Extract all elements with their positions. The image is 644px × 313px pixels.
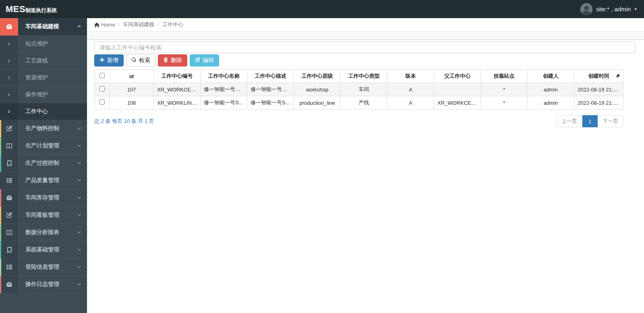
edit-button[interactable]: 编辑: [190, 54, 219, 66]
cell-工作中心编号: XR_WORKCEN...: [154, 83, 201, 96]
sidebar-group-label: 操作日志管理: [25, 281, 59, 288]
chevron-down-icon: [77, 264, 81, 270]
cell-工作中心类型: 车间: [341, 83, 387, 96]
column-header-创建人: 创建人: [528, 70, 574, 83]
breadcrumb-item-车间基础建模[interactable]: 车间基础建模: [123, 21, 154, 28]
sidebar-group-active[interactable]: 车间基础建模: [0, 18, 87, 35]
breadcrumb-separator: /: [118, 22, 120, 28]
cell-创建人: admin: [528, 83, 574, 96]
search-button[interactable]: 检索: [126, 54, 155, 66]
cell-工作中心名称: 修一智能一号车间: [201, 83, 247, 96]
chevron-down-icon: [77, 281, 81, 288]
cell-版本: A: [387, 96, 434, 110]
tachometer-icon: [0, 276, 18, 293]
sidebar-item-label: 站点维护: [25, 40, 48, 48]
search-icon: [131, 57, 137, 64]
sidebar-group-label: 生产物料控制: [25, 125, 59, 132]
pin-icon[interactable]: [616, 73, 620, 79]
group-color-stripe: [0, 276, 1, 293]
sidebar-submenu: 站点维护工艺路线资源维护操作维护工作中心: [0, 35, 87, 120]
columns-icon: [0, 224, 18, 241]
tachometer-icon: [0, 18, 18, 35]
chevron-right-icon: [0, 103, 18, 120]
table-row[interactable]: 108XR_WORKLINE...修一智能一号S...修一智能一号S...pro…: [95, 96, 623, 110]
sidebar-group-label: 生产过程控制: [25, 160, 59, 167]
cell-id: 108: [110, 96, 154, 110]
sidebar-item-工艺路线[interactable]: 工艺路线: [0, 52, 87, 69]
chevron-down-icon: [77, 212, 81, 218]
top-navbar: MES 制造执行系统 site:* , admin ▾: [0, 0, 644, 18]
app-logo: MES 制造执行系统: [0, 4, 87, 15]
work-center-table: id工作中心编号工作中心名称工作中心描述工作中心层级工作中心类型版本父工作中心挂…: [94, 69, 623, 110]
book-icon: [0, 241, 18, 259]
plus-icon: [99, 57, 105, 64]
sidebar-item-工作中心[interactable]: 工作中心: [0, 103, 87, 120]
column-header-挂靠站点: 挂靠站点: [481, 70, 528, 83]
chevron-down-icon: [77, 160, 81, 166]
cell-id: 107: [110, 83, 154, 96]
next-page-button[interactable]: 下一页: [598, 115, 623, 127]
sidebar-group-登陆信息管理[interactable]: 登陆信息管理: [0, 259, 87, 276]
home-icon: [94, 22, 101, 28]
work-center-table-wrap: id工作中心编号工作中心名称工作中心描述工作中心层级工作中心类型版本父工作中心挂…: [94, 69, 623, 110]
chevron-up-icon: [77, 23, 81, 30]
sidebar-group-车间库存管理[interactable]: 车间库存管理: [0, 189, 87, 207]
row-select-cell: [95, 96, 110, 110]
search-input[interactable]: [94, 41, 636, 53]
sidebar-group-label: 车间基础建模: [25, 23, 59, 30]
column-header-工作中心名称: 工作中心名称: [201, 70, 247, 83]
sidebar-item-资源维护[interactable]: 资源维护: [0, 69, 87, 86]
sidebar-item-站点维护[interactable]: 站点维护: [0, 35, 87, 52]
sidebar-group-车间看板管理[interactable]: 车间看板管理: [0, 207, 87, 224]
add-button[interactable]: 新增: [94, 54, 124, 66]
column-header-工作中心类型: 工作中心类型: [341, 70, 387, 83]
user-menu[interactable]: site:* , admin ▾: [580, 3, 644, 15]
button-label: 检索: [139, 57, 150, 64]
pagination: 上一页 1 下一页: [556, 115, 623, 127]
page-1-button[interactable]: 1: [582, 115, 598, 127]
row-checkbox[interactable]: [99, 99, 105, 105]
sidebar-item-操作维护[interactable]: 操作维护: [0, 86, 87, 103]
delete-button[interactable]: 删除: [158, 54, 187, 66]
cell-父工作中心: [434, 83, 481, 96]
sidebar-group-系统基础管理[interactable]: 系统基础管理: [0, 241, 87, 259]
sidebar-group-生产计划管理[interactable]: 生产计划管理: [0, 137, 87, 155]
sidebar-group-生产物料控制[interactable]: 生产物料控制: [0, 120, 87, 137]
column-header-工作中心层级: 工作中心层级: [294, 70, 341, 83]
sidebar-group-生产过程控制[interactable]: 生产过程控制: [0, 155, 87, 172]
breadcrumb-item-Home[interactable]: Home: [94, 21, 115, 28]
prev-page-button[interactable]: 上一页: [556, 115, 582, 127]
table-footer: 总 2 条 每页 10 条 共 1 页 上一页 1 下一页: [94, 115, 623, 127]
column-header-工作中心编号: 工作中心编号: [154, 70, 201, 83]
sidebar-group-label: 登陆信息管理: [25, 263, 59, 271]
cell-创建人: admin: [528, 96, 574, 110]
sidebar-group-数据分析报表[interactable]: 数据分析报表: [0, 224, 87, 241]
group-color-stripe: [0, 155, 1, 172]
sidebar-group-label: 车间库存管理: [25, 194, 59, 201]
row-checkbox[interactable]: [99, 86, 105, 91]
sidebar-group-产品质量管理[interactable]: 产品质量管理: [0, 172, 87, 189]
button-label: 编辑: [203, 57, 214, 64]
sidebar-group-label: 产品质量管理: [25, 177, 59, 184]
sidebar-item-label: 工艺路线: [25, 57, 48, 64]
column-header-版本: 版本: [387, 70, 434, 83]
select-all-checkbox[interactable]: [99, 73, 105, 78]
chevron-down-icon: [77, 195, 81, 201]
breadcrumb-separator: /: [157, 22, 159, 28]
group-color-stripe: [0, 224, 1, 241]
group-color-stripe: [0, 207, 1, 224]
chevron-right-icon: [0, 86, 18, 103]
sidebar-groups: 生产物料控制生产计划管理生产过程控制产品质量管理车间库存管理车间看板管理数据分析…: [0, 120, 87, 293]
chevron-down-icon: [77, 125, 81, 132]
content-panel: 新增检索删除编辑 id工作中心编号工作中心名称工作中心描述工作中心层级工作中心类…: [87, 40, 644, 127]
cell-工作中心编号: XR_WORKLINE...: [154, 96, 201, 110]
button-label: 删除: [171, 57, 182, 64]
table-row[interactable]: 107XR_WORKCEN...修一智能一号车间修一智能一号车间workshop…: [95, 83, 623, 96]
list-icon: [0, 172, 18, 189]
group-color-stripe: [0, 137, 1, 155]
cell-工作中心描述: 修一智能一号S...: [247, 96, 294, 110]
sidebar-group-操作日志管理[interactable]: 操作日志管理: [0, 276, 87, 293]
column-header-父工作中心: 父工作中心: [434, 70, 481, 83]
cell-版本: A: [387, 83, 434, 96]
column-header-工作中心描述: 工作中心描述: [247, 70, 294, 83]
